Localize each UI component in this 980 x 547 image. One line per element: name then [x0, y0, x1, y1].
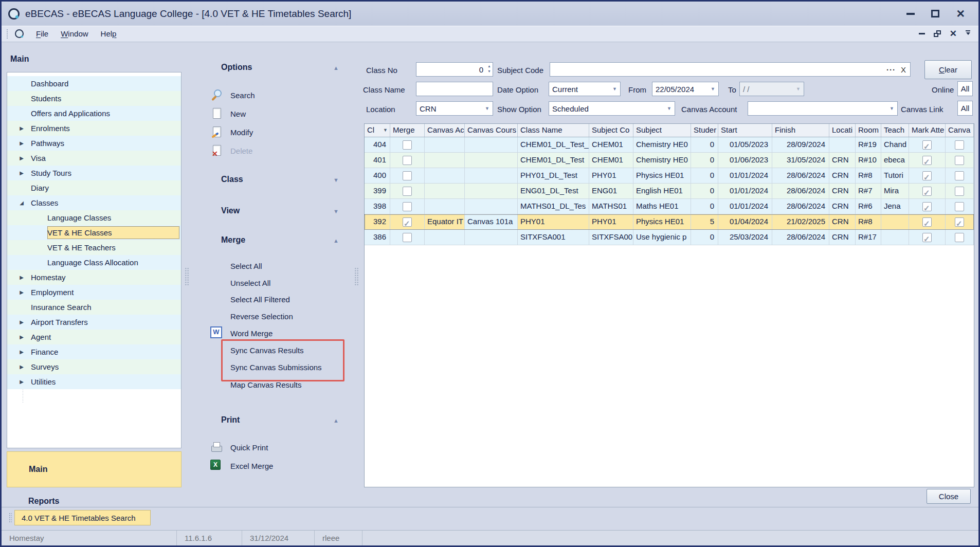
from-date-select[interactable]: 22/05/2024 ▼ [652, 82, 719, 96]
tab-grip[interactable] [9, 513, 12, 523]
canvas-link-all-box[interactable]: All [957, 101, 973, 116]
column-header-teach[interactable]: Teach [881, 124, 909, 137]
sidebar-item-language-classes[interactable]: Language Classes [7, 210, 181, 225]
checkbox-checked[interactable] [922, 140, 932, 150]
checkbox-checked[interactable] [922, 217, 932, 227]
checkbox-checked[interactable] [955, 217, 964, 227]
column-header-subject-co[interactable]: Subject Co [589, 124, 633, 137]
clear-button[interactable]: Clear [924, 60, 972, 79]
checkbox-checked[interactable] [922, 202, 932, 211]
expand-icon[interactable]: ▶ [18, 334, 25, 340]
table-row-404[interactable]: 404CHEM01_DL_Test_CHEM01Chemistry HE0001… [365, 137, 974, 153]
sidebar-item-employment[interactable]: ▶Employment [7, 285, 181, 300]
panel-item-modify[interactable]: Modify [182, 125, 357, 139]
expand-icon[interactable]: ▶ [18, 289, 25, 295]
subject-code-input[interactable]: ··· X [550, 62, 911, 77]
sidebar-item-visa[interactable]: ▶Visa [7, 151, 181, 166]
sidebar-item-classes[interactable]: ◢Classes [7, 195, 181, 210]
sidebar-item-agent[interactable]: ▶Agent [7, 330, 181, 344]
table-row-400[interactable]: 400PHY01_DL_TestPHY01Physics HE01001/01/… [365, 168, 974, 184]
checkbox-unchecked[interactable] [403, 233, 412, 242]
toolbar-grip[interactable] [6, 29, 9, 39]
sidebar-item-students[interactable]: Students [7, 91, 181, 106]
sidebar-item-study-tours[interactable]: ▶Study Tours [7, 166, 181, 180]
panel-item-search[interactable]: Search [182, 88, 357, 102]
class-no-input[interactable]: 0 ▲▼ [416, 62, 493, 77]
mdi-restore-icon[interactable] [934, 30, 941, 37]
expand-icon[interactable]: ▶ [18, 364, 25, 370]
section-header-view[interactable]: View▼ [182, 206, 357, 218]
panel-item-word-merge[interactable]: Word Merge [182, 326, 357, 340]
column-header-cl[interactable]: Cl▼ [365, 124, 390, 137]
close-button[interactable]: Close [927, 489, 971, 504]
browse-ellipsis-button[interactable]: ··· [886, 65, 901, 74]
menu-item-window[interactable]: Window [61, 29, 88, 38]
sidebar-item-surveys[interactable]: ▶Surveys [7, 359, 181, 374]
canvas-account-select[interactable]: ▼ [748, 101, 898, 116]
checkbox-unchecked[interactable] [403, 156, 412, 165]
column-header-room[interactable]: Room [856, 124, 881, 137]
maximize-icon[interactable] [931, 10, 939, 17]
column-header-merge[interactable]: Merge [390, 124, 425, 137]
mdi-dropdown-icon[interactable] [966, 30, 970, 37]
panel-item-new[interactable]: New [182, 106, 357, 121]
column-header-mark-atte[interactable]: Mark Atte [909, 124, 946, 137]
checkbox-unchecked[interactable] [403, 187, 412, 196]
sidebar-item-enrolments[interactable]: ▶Enrolments [7, 121, 181, 136]
minimize-icon[interactable] [906, 13, 915, 15]
checkbox-unchecked[interactable] [403, 171, 412, 180]
sidebar-item-airport-transfers[interactable]: ▶Airport Transfers [7, 315, 181, 330]
expand-icon[interactable]: ▶ [18, 125, 25, 131]
section-header-options[interactable]: Options▲ [182, 63, 357, 75]
panel-item-quick-print[interactable]: Quick Print [182, 440, 357, 454]
sidebar-item-utilities[interactable]: ▶Utilities [7, 374, 181, 389]
expand-icon[interactable]: ▶ [18, 155, 25, 161]
panel-item-select-all-filtered[interactable]: Select All Filtered [182, 292, 357, 306]
checkbox-unchecked[interactable] [955, 156, 964, 165]
expand-icon[interactable]: ▶ [18, 379, 25, 385]
table-row-386[interactable]: 386SITXFSA001SITXFSA00Use hygienic p025/… [365, 230, 974, 245]
sidebar-item-insurance-search[interactable]: Insurance Search [7, 300, 181, 315]
expand-icon[interactable]: ▶ [18, 319, 25, 325]
panel-item-unselect-all[interactable]: Unselect All [182, 276, 357, 290]
column-header-canvas-ac[interactable]: Canvas Ac [425, 124, 465, 137]
checkbox-checked[interactable] [922, 187, 932, 196]
table-row-398[interactable]: 398MATHS01_DL_TesMATHS01Maths HE01001/01… [365, 199, 974, 214]
section-header-merge[interactable]: Merge▲ [182, 235, 357, 248]
show-option-select[interactable]: Scheduled ▼ [549, 101, 675, 116]
mdi-minimize-icon[interactable] [919, 33, 925, 34]
column-header-canva[interactable]: Canva [946, 124, 974, 137]
location-select[interactable]: CRN ▼ [416, 101, 493, 116]
sidebar-item-dashboard[interactable]: Dashboard [7, 76, 181, 91]
sidebar-item-vet-he-teachers[interactable]: VET & HE Teachers [7, 240, 181, 255]
panel-item-reverse-selection[interactable]: Reverse Selection [182, 309, 357, 323]
column-header-start[interactable]: Start [718, 124, 772, 137]
main-nav-button[interactable]: Main [7, 451, 182, 487]
checkbox-unchecked[interactable] [955, 140, 964, 150]
column-header-canvas-cours[interactable]: Canvas Cours [465, 124, 518, 137]
menu-item-file[interactable]: File [36, 29, 48, 38]
panel-item-sync-canvas-results[interactable]: Sync Canvas Results [182, 343, 357, 357]
sidebar-item-vet-he-classes[interactable]: VET & HE Classes [7, 225, 181, 240]
class-name-input[interactable] [416, 82, 493, 96]
panel-item-select-all[interactable]: Select All [182, 259, 357, 273]
checkbox-checked[interactable] [922, 233, 932, 242]
column-header-subject[interactable]: Subject [633, 124, 691, 137]
expand-icon[interactable]: ▶ [18, 140, 25, 146]
date-option-select[interactable]: Current ▼ [549, 82, 621, 96]
checkbox-unchecked[interactable] [955, 171, 964, 180]
table-row-401[interactable]: 401CHEM01_DL_TestCHEM01Chemistry HE0001/… [365, 153, 974, 168]
panel-item-excel-merge[interactable]: Excel Merge [182, 459, 357, 473]
checkbox-unchecked[interactable] [955, 202, 964, 211]
tab-vet-he-timetables-search[interactable]: 4.0 VET & HE Timetables Search [14, 510, 151, 525]
checkbox-checked[interactable] [922, 156, 932, 165]
section-header-class[interactable]: Class▼ [182, 175, 357, 187]
panel-item-map-canvas-results[interactable]: Map Canvas Results [182, 377, 357, 392]
mdi-close-icon[interactable]: ✕ [950, 30, 957, 37]
checkbox-checked[interactable] [922, 171, 932, 180]
close-icon[interactable]: ✕ [956, 10, 965, 18]
table-row-392[interactable]: 392Equator ITCanvas 101aPHY01PHY01Physic… [365, 214, 974, 230]
sidebar-item-diary[interactable]: Diary [7, 180, 181, 195]
section-header-print[interactable]: Print▲ [182, 415, 357, 428]
online-all-box[interactable]: All [957, 81, 973, 96]
